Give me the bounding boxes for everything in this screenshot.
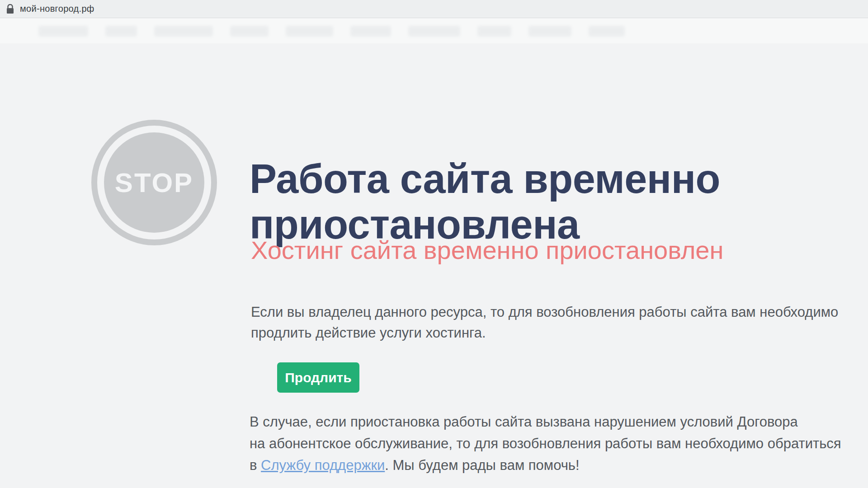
- support-link[interactable]: Службу поддержки: [261, 457, 385, 473]
- stop-sign-label: STOP: [115, 167, 193, 198]
- intro-paragraph: Если вы владелец данного ресурса, то для…: [251, 302, 838, 343]
- blurred-text-blob: [350, 26, 391, 37]
- blurred-text-blob: [589, 26, 625, 37]
- note-line3: в Службу поддержки. Мы будем рады вам по…: [250, 455, 841, 476]
- intro-line1: Если вы владелец данного ресурса, то для…: [251, 302, 838, 323]
- lock-icon[interactable]: [6, 4, 14, 14]
- stop-sign-inner-circle: STOP: [104, 132, 204, 233]
- blurred-toolbar-band: [0, 19, 868, 43]
- note-line3-prefix: в: [250, 457, 261, 473]
- blurred-text-blob: [38, 26, 88, 37]
- url-text[interactable]: мой-новгород.рф: [20, 4, 94, 14]
- blurred-text-blob: [528, 26, 571, 37]
- note-line1: В случае, если приостановка работы сайта…: [250, 411, 841, 433]
- browser-window: мой-новгород.рф STOP Работа сайта времен…: [0, 0, 868, 488]
- note-line2: на абонентское обслуживание, то для возо…: [250, 433, 841, 455]
- blurred-text-blob: [477, 26, 511, 37]
- blurred-text-blob: [230, 26, 269, 37]
- page-content: STOP Работа сайта временно приостановлен…: [0, 43, 868, 488]
- blurred-text-blob: [154, 26, 213, 37]
- note-paragraph: В случае, если приостановка работы сайта…: [250, 411, 841, 476]
- blurred-text-blob: [286, 26, 333, 37]
- note-line3-suffix: . Мы будем рады вам помочь!: [385, 457, 579, 473]
- blurred-text-blob: [105, 26, 137, 37]
- page-title-line1: Работа сайта временно: [250, 156, 720, 202]
- page-title: Работа сайта временно приостановлена: [250, 156, 720, 248]
- blurred-text-blob: [408, 26, 460, 37]
- page-subtitle: Хостинг сайта временно приостановлен: [251, 235, 723, 265]
- intro-line2: продлить действие услуги хостинга.: [251, 323, 838, 343]
- renew-button[interactable]: Продлить: [277, 362, 359, 393]
- browser-address-bar[interactable]: мой-новгород.рф: [0, 0, 868, 18]
- stop-sign-graphic: STOP: [91, 120, 217, 245]
